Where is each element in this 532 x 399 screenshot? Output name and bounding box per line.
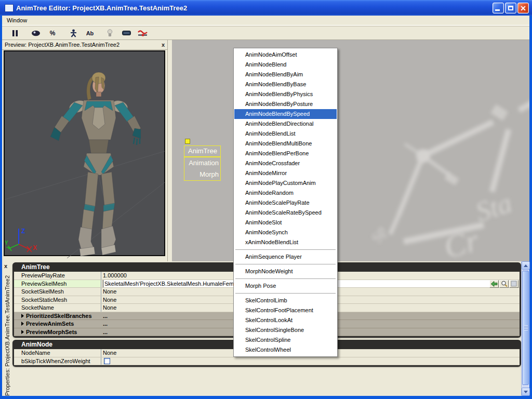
expand-arrow-icon[interactable] — [21, 322, 24, 326]
property-value: 1.000000 — [103, 272, 127, 280]
property-name: bSkipTickWhenZeroWeight — [21, 357, 90, 365]
expand-arrow-icon[interactable] — [21, 330, 24, 334]
property-value: ... — [103, 312, 108, 320]
properties-scrollbar[interactable] — [521, 261, 529, 396]
show-skeleton-button[interactable] — [68, 28, 79, 38]
menu-item-animnodeblendbyphysics[interactable]: AnimNodeBlendByPhysics — [234, 89, 337, 99]
checkbox-unchecked[interactable] — [104, 358, 110, 364]
toolbar: % Ab — [2, 26, 529, 40]
menu-item-animsequence-player[interactable]: AnimSequence Player — [234, 252, 337, 262]
scrollbar-down-arrow[interactable] — [522, 388, 530, 396]
menu-item-animnodeblenddirectional[interactable]: AnimNodeBlendDirectional — [234, 119, 337, 129]
menu-item-skelcontrolspline[interactable]: SkelControlSpline — [234, 335, 337, 345]
show-bone-names-button[interactable]: Ab — [84, 28, 96, 38]
maximize-button[interactable] — [505, 3, 516, 14]
menu-separator — [235, 264, 336, 264]
magnifier-icon — [501, 281, 508, 287]
property-value: None — [103, 349, 116, 357]
menu-item-animnodemirror[interactable]: AnimNodeMirror — [234, 168, 337, 178]
property-name: NodeName — [21, 349, 50, 357]
show-percentages-button[interactable]: % — [47, 28, 58, 38]
menu-item-animnodecrossfader[interactable]: AnimNodeCrossfader — [234, 158, 337, 168]
axis-x-label: X — [33, 244, 37, 251]
lightbulb-button[interactable] — [104, 28, 115, 38]
clear-icon — [511, 281, 517, 287]
menu-item-animnodescaleplayrate[interactable]: AnimNodeScalePlayRate — [234, 198, 337, 208]
close-icon: ✕ — [518, 4, 528, 13]
maximize-icon — [508, 6, 513, 10]
menu-item-animnodescaleratebyspeed[interactable]: AnimNodeScaleRateBySpeed — [234, 208, 337, 218]
pause-button[interactable] — [9, 28, 21, 38]
property-value: None — [103, 304, 116, 312]
menu-item-animnodeblendperbone[interactable]: AnimNodeBlendPerBone — [234, 149, 337, 158]
preview-panel-header: Preview: ProjectXB.AnimTree.TestAnimTree… — [2, 40, 167, 50]
menu-item-animnoderandom[interactable]: AnimNodeRandom — [234, 188, 337, 198]
menu-item-skelcontrollimb[interactable]: SkelControlLimb — [234, 296, 337, 305]
menu-item-skelcontrolsinglebone[interactable]: SkelControlSingleBone — [234, 325, 337, 335]
menu-item-morph-pose[interactable]: Morph Pose — [234, 281, 337, 291]
menu-item-skelcontrolwheel[interactable]: SkelControlWheel — [234, 345, 337, 355]
window-title: AnimTree Editor: ProjectXB.AnimTree.Test… — [16, 4, 491, 12]
axis-gizmo: Z Y X — [5, 228, 37, 252]
menu-item-animnodeblendbyaim[interactable]: AnimNodeBlendByAim — [234, 70, 337, 79]
magnifier-button[interactable] — [499, 280, 509, 288]
wireframe-icon — [122, 31, 131, 35]
menu-item-animnodeblendlist[interactable]: AnimNodeBlendList — [234, 129, 337, 139]
menu-item-animnodeblendmultibone[interactable]: AnimNodeBlendMultiBone — [234, 139, 337, 149]
scrollbar-thumb[interactable] — [522, 271, 529, 385]
scrollbar-up-arrow[interactable] — [522, 261, 530, 270]
animtree-editor-window: AnimTree Editor: ProjectXB.AnimTree.Test… — [0, 0, 532, 399]
menu-item-skelcontrollookat[interactable]: SkelControlLookAt — [234, 315, 337, 325]
menu-item-animnodeplaycustomanim[interactable]: AnimNodePlayCustomAnim — [234, 178, 337, 188]
node-title[interactable]: AnimTree — [184, 145, 221, 157]
property-name: SocketStaticMesh — [21, 296, 67, 304]
close-button[interactable]: ✕ — [517, 3, 529, 14]
property-name: PreviewPlayRate — [21, 272, 65, 280]
background-watermark: Sta Cr Sp — [172, 40, 529, 261]
use-selected-arrow-button[interactable] — [489, 280, 499, 288]
properties-close-button[interactable]: x — [4, 263, 11, 269]
preview-viewport[interactable]: Z Y X — [4, 50, 165, 256]
property-name: SocketSkelMesh — [21, 288, 64, 296]
wireframe-button[interactable] — [121, 28, 132, 38]
window-icon — [5, 5, 13, 11]
clear-button[interactable] — [509, 280, 518, 288]
property-name: PreviewAnimSets — [26, 320, 74, 328]
axis-y-label: Y — [5, 240, 8, 246]
node-body[interactable]: Animation Morph — [184, 157, 221, 181]
property-name: PreviewMorphSets — [26, 328, 77, 336]
graph-canvas[interactable]: Sta Cr Sp AnimTree Animation Morph — [172, 40, 529, 261]
lightbulb-icon — [107, 29, 113, 37]
bone-names-icon: Ab — [86, 30, 94, 36]
eye-icon — [31, 30, 41, 36]
node-output-connector[interactable] — [185, 139, 190, 144]
menu-item-animnodeblendbyspeed[interactable]: AnimNodeBlendBySpeed — [234, 109, 337, 119]
curves-button[interactable] — [137, 28, 149, 38]
title-bar[interactable]: AnimTree Editor: ProjectXB.AnimTree.Test… — [0, 0, 532, 16]
preview-close-button[interactable]: x — [159, 42, 167, 48]
menu-item-animnodeblend[interactable]: AnimNodeBlend — [234, 60, 337, 70]
character-model: Z Y X — [5, 51, 165, 258]
svg-text:Sta: Sta — [472, 187, 515, 228]
panel-splitter[interactable] — [168, 40, 172, 261]
show-node-weights-button[interactable] — [30, 28, 42, 38]
menu-item-animnodeaimoffset[interactable]: AnimNodeAimOffset — [234, 50, 337, 60]
menu-separator — [235, 278, 336, 279]
menu-separator — [235, 293, 336, 294]
menu-item-morphnodeweight[interactable]: MorphNodeWeight — [234, 267, 337, 276]
menu-item-animnodesynch[interactable]: AnimNodeSynch — [234, 228, 337, 237]
minimize-button[interactable] — [493, 3, 504, 14]
menu-item-animnodeslot[interactable]: AnimNodeSlot — [234, 218, 337, 228]
property-name: PreviewSkelMesh — [21, 280, 66, 288]
menu-window[interactable]: Window — [2, 17, 32, 23]
menu-item-skelcontrolfootplacement[interactable]: SkelControlFootPlacement — [234, 305, 337, 315]
property-value: ... — [103, 328, 108, 336]
scrollbar-grip — [524, 325, 528, 330]
property-name: SocketName — [21, 304, 54, 312]
menu-item-animnodeblendbybase[interactable]: AnimNodeBlendByBase — [234, 79, 337, 89]
menu-bar: Window — [2, 16, 529, 25]
property-row-bskiptickwhenzeroweight[interactable]: bSkipTickWhenZeroWeight — [14, 357, 520, 366]
menu-item-animnodeblendbyposture[interactable]: AnimNodeBlendByPosture — [234, 99, 337, 109]
menu-item-xanimnodeblendlist[interactable]: xAnimNodeBlendList — [234, 237, 337, 247]
expand-arrow-icon[interactable] — [21, 314, 24, 318]
